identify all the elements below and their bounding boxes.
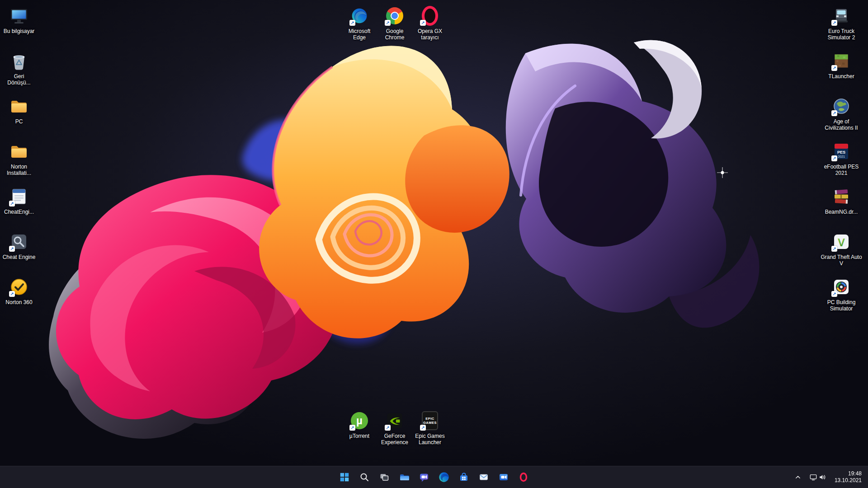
shortcut-arrow-icon: ↗ — [349, 425, 355, 431]
search-icon — [359, 472, 370, 483]
desktop-left-column: Bu bilgisayar Geri Dönüşü... PC — [0, 3, 38, 318]
movies-button[interactable] — [495, 468, 513, 486]
desktop-icon-geforce-experience[interactable]: ↗ GeForce Experience — [377, 408, 412, 446]
desktop-icon-utorrent[interactable]: µ ↗ µTorrent — [342, 408, 377, 446]
utorrent-glyph: µ — [356, 415, 363, 426]
desktop-icon-gta-v[interactable]: V ↗ Grand Theft Auto V — [819, 229, 864, 273]
search-button[interactable] — [355, 468, 373, 486]
desktop-icon-label: Grand Theft Auto V — [820, 254, 863, 267]
norton-360-icon: ↗ — [9, 277, 29, 297]
svg-text:2021: 2021 — [838, 155, 845, 158]
shortcut-arrow-icon: ↗ — [420, 20, 426, 26]
desktop-icon-label: Norton 360 — [5, 299, 32, 305]
desktop-icon-label: BeamNG.dr... — [825, 209, 858, 215]
shortcut-arrow-icon: ↗ — [420, 425, 426, 431]
desktop-icon-norton-360[interactable]: ↗ Norton 360 — [0, 274, 38, 318]
opera-gx-icon — [518, 472, 529, 483]
opera-gx-button[interactable] — [514, 468, 533, 486]
chat-button[interactable] — [415, 468, 433, 486]
desktop-icon-google-chrome[interactable]: ↗ Google Chrome — [377, 3, 412, 41]
desktop-icon-label: PC Building Simulator — [820, 299, 863, 312]
desktop-icon-pc-building-simulator[interactable]: ↗ PC Building Simulator — [819, 274, 864, 318]
shortcut-arrow-icon: ↗ — [831, 291, 837, 297]
geforce-icon: ↗ — [384, 410, 405, 431]
desktop-icon-euro-truck-simulator-2[interactable]: ↗ Euro Truck Simulator 2 — [819, 3, 864, 47]
shortcut-arrow-icon: ↗ — [9, 201, 15, 206]
chevron-up-icon — [793, 473, 802, 482]
desktop-icon-opera-gx[interactable]: ↗ Opera GX tarayıcı — [412, 3, 448, 41]
desktop-icon-label: TLauncher — [828, 73, 854, 80]
start-button[interactable] — [335, 468, 354, 486]
clock-time: 19:48 — [835, 470, 862, 477]
desktop-right-column: ↗ Euro Truck Simulator 2 ↗ TLauncher — [819, 3, 864, 318]
shortcut-arrow-icon: ↗ — [385, 425, 391, 431]
svg-text:V: V — [838, 236, 845, 249]
svg-text:PES: PES — [837, 150, 845, 155]
windows-start-icon — [339, 472, 350, 483]
desktop-icon-epic-games-launcher[interactable]: EPIC GAMES ↗ Epic Games Launcher — [412, 408, 448, 446]
desktop-icon-tlauncher[interactable]: ↗ TLauncher — [819, 48, 864, 92]
taskbar-center-group — [335, 468, 533, 486]
epic-games-icon: EPIC GAMES ↗ — [420, 410, 440, 431]
desktop-icon-this-pc[interactable]: Bu bilgisayar — [0, 3, 38, 47]
edge-icon: ↗ — [349, 5, 370, 26]
desktop-icon-norton-folder[interactable]: Norton Installati... — [0, 138, 38, 183]
desktop-icon-pc-folder[interactable]: PC — [0, 93, 38, 137]
pc-fan-icon: ↗ — [831, 277, 852, 297]
desktop-icon-efootball-pes-2021[interactable]: PES 2021 ↗ eFootball PES 2021 — [819, 138, 864, 183]
shortcut-arrow-icon: ↗ — [9, 291, 15, 297]
desktop-icon-label: µTorrent — [349, 433, 369, 439]
chat-icon — [419, 472, 429, 483]
desktop-icon-label: Geri Dönüşü... — [7, 73, 30, 86]
store-button[interactable] — [455, 468, 473, 486]
desktop-icon-recycle-bin[interactable]: Geri Dönüşü... — [0, 48, 38, 92]
shortcut-arrow-icon: ↗ — [831, 246, 837, 252]
microsoft-store-icon — [458, 472, 469, 483]
desktop-bottom-row: µ ↗ µTorrent ↗ GeForce Experience EPIC G… — [342, 408, 448, 446]
desktop-icon-beamng-archive[interactable]: BeamNG.dr... — [819, 183, 864, 228]
desktop-icon-cheatengine-installer[interactable]: ↗ CheatEngi... — [0, 183, 38, 228]
shortcut-arrow-icon: ↗ — [831, 65, 837, 71]
shortcut-arrow-icon: ↗ — [9, 246, 15, 252]
desktop-top-row: ↗ Microsoft Edge ↗ Google Chrome ↗ Opera… — [342, 3, 448, 41]
grass-block-icon: ↗ — [831, 51, 852, 71]
taskbar-clock[interactable]: 19:48 13.10.2021 — [831, 470, 865, 484]
desktop-icon-microsoft-edge[interactable]: ↗ Microsoft Edge — [342, 3, 377, 41]
opera-gx-icon: ↗ — [420, 5, 440, 26]
desktop-icon-cheat-engine[interactable]: ↗ Cheat Engine — [0, 229, 38, 273]
utorrent-icon: µ ↗ — [349, 410, 370, 431]
edge-icon — [438, 471, 450, 483]
network-icon — [809, 473, 818, 482]
this-pc-icon — [9, 5, 29, 26]
installer-file-icon: ↗ — [9, 186, 29, 207]
desktop-icon-label: Cheat Engine — [3, 254, 36, 260]
volume-icon — [818, 473, 827, 482]
taskbar: 19:48 13.10.2021 — [0, 466, 868, 488]
edge-button[interactable] — [435, 468, 453, 486]
movies-tv-icon — [498, 472, 509, 483]
tray-chevron-button[interactable] — [791, 468, 805, 486]
pes-card-icon: PES 2021 ↗ — [831, 141, 852, 162]
globe-map-icon: ↗ — [831, 96, 852, 117]
epic-text-line2: GAMES — [423, 421, 437, 425]
desktop-icon-label: Opera GX tarayıcı — [412, 28, 448, 41]
chrome-icon: ↗ — [384, 5, 405, 26]
file-explorer-icon — [399, 472, 410, 483]
tray-network-volume-button[interactable] — [807, 468, 829, 486]
shortcut-arrow-icon: ↗ — [349, 20, 355, 26]
desktop-icon-age-of-civilizations-2[interactable]: ↗ Age of Civilizations II — [819, 93, 864, 137]
shortcut-arrow-icon: ↗ — [831, 20, 837, 26]
truck-icon: ↗ — [831, 5, 852, 26]
file-explorer-button[interactable] — [395, 468, 413, 486]
desktop-icon-label: Norton Installati... — [0, 164, 38, 176]
mail-button[interactable] — [475, 468, 493, 486]
desktop-icon-label: Euro Truck Simulator 2 — [820, 28, 863, 41]
taskbar-tray: 19:48 13.10.2021 — [791, 466, 865, 488]
desktop-icon-label: GeForce Experience — [377, 433, 412, 446]
task-view-button[interactable] — [375, 468, 393, 486]
recycle-bin-icon — [9, 51, 29, 71]
shortcut-arrow-icon: ↗ — [831, 110, 837, 116]
archive-books-icon — [831, 186, 852, 207]
desktop-icon-label: Bu bilgisayar — [4, 28, 35, 34]
gta-v-icon: V ↗ — [831, 231, 852, 252]
